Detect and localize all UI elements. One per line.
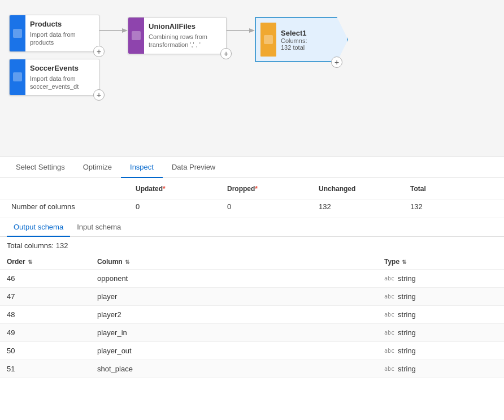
products-add-button[interactable]: + — [93, 46, 105, 57]
stats-row: Updated* Dropped* Unchanged Total — [0, 178, 504, 200]
type-value: string — [398, 274, 416, 283]
schema-tabs-row: Output schema Input schema — [0, 218, 504, 237]
minimize-button[interactable]: — — [488, 153, 497, 157]
type-cell: abc string — [384, 328, 497, 337]
dropped-header: Dropped* — [223, 183, 314, 195]
soccer-events-node[interactable]: SoccerEvents Import data from soccer_eve… — [9, 59, 99, 96]
select1-col-label: Columns: — [281, 37, 336, 44]
products-icon-bar — [10, 15, 25, 51]
select1-inner: Select1 Columns: 132 total — [255, 17, 348, 62]
union-node-body: UnionAllFiles Combining rows from transf… — [144, 18, 226, 54]
column-cell: player_in — [97, 328, 384, 337]
table-row: 48 player2 abc string — [0, 306, 504, 324]
type-header: Type ⇅ — [384, 258, 497, 266]
tabs-row: Select Settings Optimize Inspect Data Pr… — [0, 157, 504, 178]
union-all-files-wrapper: UnionAllFiles Combining rows from transf… — [128, 17, 227, 54]
input-schema-tab[interactable]: Input schema — [70, 218, 128, 237]
union-desc: Combining rows from transformation ',' ,… — [149, 33, 221, 49]
table-row: 46 opponent abc string — [0, 270, 504, 288]
tab-data-preview[interactable]: Data Preview — [163, 157, 224, 178]
schema-table[interactable]: Order ⇅ Column ⇅ Type ⇅ 46 opponent abc … — [0, 254, 504, 420]
table-row: 51 shot_place abc string — [0, 360, 504, 378]
type-icon: abc — [384, 293, 394, 300]
column-cell: shot_place — [97, 365, 384, 373]
type-sort-icon[interactable]: ⇅ — [402, 259, 406, 265]
total-value: 132 — [406, 200, 497, 213]
arrow-connector-2 — [227, 15, 255, 35]
type-value: string — [398, 310, 416, 319]
total-header: Total — [406, 183, 497, 195]
dropped-value: 0 — [223, 200, 314, 213]
soccer-events-add-button[interactable]: + — [93, 89, 105, 101]
products-node[interactable]: Products Import data from products + — [9, 15, 99, 52]
order-cell: 47 — [7, 292, 97, 301]
order-cell: 51 — [7, 365, 97, 373]
order-cell: 49 — [7, 328, 97, 337]
unchanged-header: Unchanged — [314, 183, 406, 195]
type-icon: abc — [384, 366, 394, 372]
type-cell: abc string — [384, 365, 497, 373]
type-cell: abc string — [384, 347, 497, 355]
table-row: 49 player_in abc string — [0, 324, 504, 342]
type-value: string — [398, 292, 416, 301]
type-icon: abc — [384, 330, 394, 336]
arrow-connector-1 — [99, 15, 128, 35]
bottom-panel: Select Settings Optimize Inspect Data Pr… — [0, 157, 504, 420]
unchanged-value: 132 — [314, 200, 406, 213]
union-icon-bar — [128, 18, 144, 54]
table-body: 46 opponent abc string 47 player abc str… — [0, 270, 504, 378]
column-cell: player — [97, 292, 384, 301]
svg-marker-1 — [122, 28, 128, 33]
tab-select-settings[interactable]: Select Settings — [7, 157, 74, 178]
union-title: UnionAllFiles — [149, 22, 221, 31]
pipeline-canvas: Products Import data from products + Soc… — [0, 0, 504, 157]
order-cell: 50 — [7, 347, 97, 355]
select1-title: Select1 — [281, 29, 336, 37]
select1-add-button[interactable]: + — [331, 57, 342, 68]
type-icon: abc — [384, 275, 394, 282]
tab-inspect[interactable]: Inspect — [121, 157, 163, 178]
tab-optimize[interactable]: Optimize — [74, 157, 121, 178]
total-columns-label: Total columns: 132 — [0, 237, 504, 254]
soccer-events-icon-bar — [10, 59, 25, 96]
order-sort-icon[interactable]: ⇅ — [28, 259, 32, 265]
products-title: Products — [30, 20, 94, 28]
output-schema-tab[interactable]: Output schema — [7, 218, 70, 237]
select1-node[interactable]: Select1 Columns: 132 total + — [255, 17, 348, 62]
select1-col-count: 132 total — [281, 44, 336, 51]
type-icon: abc — [384, 348, 394, 354]
type-cell: abc string — [384, 292, 497, 301]
table-header: Order ⇅ Column ⇅ Type ⇅ — [0, 254, 504, 270]
type-value: string — [398, 347, 416, 355]
column-header: Column ⇅ — [97, 258, 384, 266]
type-value: string — [398, 365, 416, 373]
column-cell: player2 — [97, 310, 384, 319]
products-desc: Import data from products — [30, 31, 94, 47]
svg-marker-3 — [249, 28, 255, 33]
union-all-files-node[interactable]: UnionAllFiles Combining rows from transf… — [128, 17, 227, 54]
updated-header: Updated* — [131, 183, 223, 195]
table-row: 47 player abc string — [0, 288, 504, 306]
soccer-events-node-body: SoccerEvents Import data from soccer_eve… — [25, 59, 99, 96]
source-nodes-column: Products Import data from products + Soc… — [9, 15, 99, 157]
type-icon: abc — [384, 311, 394, 318]
column-cell: opponent — [97, 274, 384, 283]
select1-content: Select1 Columns: 132 total — [281, 29, 336, 51]
order-header: Order ⇅ — [7, 258, 97, 266]
type-value: string — [398, 328, 416, 337]
union-add-button[interactable]: + — [220, 48, 232, 59]
stats-empty — [7, 183, 131, 195]
column-cell: player_out — [97, 347, 384, 355]
table-row: 50 player_out abc string — [0, 342, 504, 360]
type-cell: abc string — [384, 310, 497, 319]
stats-values-row: Number of columns 0 0 132 132 — [0, 200, 504, 218]
column-sort-icon[interactable]: ⇅ — [125, 259, 129, 265]
num-columns-label: Number of columns — [7, 200, 131, 213]
type-cell: abc string — [384, 274, 497, 283]
order-cell: 48 — [7, 310, 97, 319]
soccer-events-desc: Import data from soccer_events_dt — [30, 75, 94, 91]
updated-value: 0 — [131, 200, 223, 213]
soccer-events-title: SoccerEvents — [30, 64, 94, 72]
products-node-body: Products Import data from products — [25, 15, 99, 51]
order-cell: 46 — [7, 274, 97, 283]
